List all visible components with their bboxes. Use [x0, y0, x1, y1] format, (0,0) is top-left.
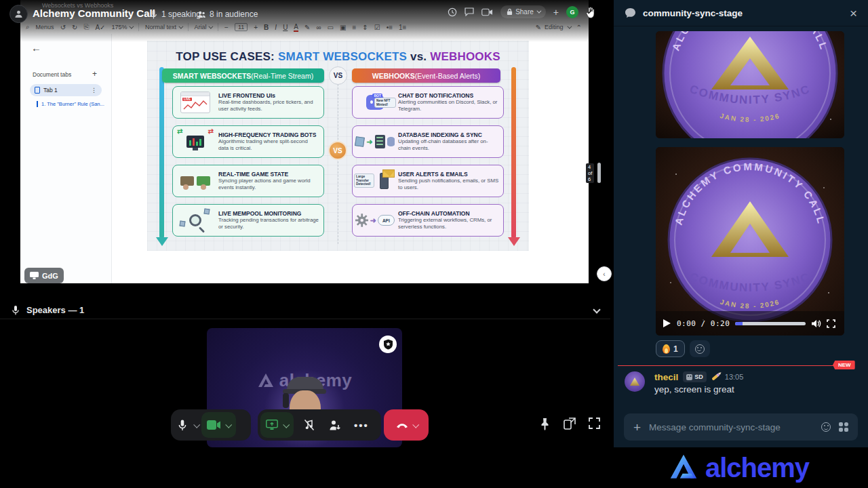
cell-offchain-automation: ➜ API OFF-CHAIN AUTOMATION Triggering ex…: [352, 204, 504, 237]
add-person-icon[interactable]: +: [553, 7, 559, 18]
back-arrow-button[interactable]: ←: [31, 42, 41, 54]
tab-options-kebab[interactable]: ⋮: [91, 87, 97, 94]
doc-tabs-sidebar: ← Document tabs + Tab 1 ⋮ 1. The "Burner…: [20, 34, 112, 283]
avatar[interactable]: [625, 371, 645, 392]
fire-reaction-pill[interactable]: 1: [656, 340, 685, 357]
subtab-label: 1. The "Burner" Rule (San...: [41, 101, 104, 107]
alchemy-logo-icon: [668, 453, 699, 482]
fullscreen-icon: [589, 418, 600, 429]
volume-icon[interactable]: [811, 319, 821, 328]
cell-mempool: LIVE MEMPOOL MONITORING Tracking pending…: [172, 204, 324, 237]
right-arrowhead: [508, 237, 520, 246]
call-header-overlay: Websockets vs Webhooks Alchemy Community…: [0, 0, 610, 42]
comments-icon[interactable]: [465, 7, 474, 16]
chat-header: community-sync-stage ×: [614, 0, 868, 26]
attach-button[interactable]: +: [633, 421, 641, 434]
document-tabs-label: Document tabs: [33, 71, 71, 78]
close-icon[interactable]: ×: [850, 7, 857, 20]
message-header: thecil SD 13:05: [654, 371, 743, 382]
cell-user-alerts: Large Transfer Detected! USER ALERTS & E…: [352, 165, 504, 197]
trading-bot-icon: ⇄ ⇄: [176, 127, 215, 156]
infographic: TOP USE CASES: SMART WEBSOCKETS vs. WEBH…: [147, 41, 529, 251]
screenshare-icon: [266, 420, 278, 430]
meet-icon[interactable]: [481, 8, 493, 16]
camera-options-chevron[interactable]: [225, 421, 232, 428]
play-button[interactable]: [663, 319, 671, 328]
subtab-marker: [37, 101, 38, 107]
audience-icon: [197, 10, 206, 19]
stage-channel-avatar: [9, 5, 28, 23]
account-avatar[interactable]: G: [566, 6, 578, 18]
coin-video-attachment[interactable]: ALCHEMY COMMUNITY CALL COMMUNITY SYNC JA…: [656, 147, 844, 336]
end-call-options-chevron[interactable]: [412, 421, 419, 428]
chat-bubble-icon: [625, 7, 636, 18]
apps-button[interactable]: [839, 422, 848, 432]
cell-live-frontend: LIVE LIVE FRONTEND UIs Real-time dashboa…: [172, 86, 324, 119]
emoji-picker-button[interactable]: [821, 422, 831, 432]
fire-icon: [663, 344, 670, 354]
chevron-down-icon[interactable]: [593, 306, 600, 313]
message-author[interactable]: thecil: [654, 372, 678, 382]
mempool-icon: [176, 206, 215, 235]
add-reaction-button[interactable]: [690, 340, 710, 357]
subtab-burner-rule[interactable]: 1. The "Burner" Rule (San...: [37, 101, 104, 107]
speakers-label: Speakers — 1: [26, 305, 84, 315]
cell-db-indexing: ➜ DATABASE INDEXING & SYNC Updating off-…: [352, 125, 504, 158]
soundboard-button[interactable]: [296, 419, 322, 431]
reactions-row: 1: [656, 340, 710, 357]
video-seekbar[interactable]: [735, 322, 806, 325]
speakers-section-header[interactable]: Speakers — 1: [0, 301, 610, 319]
pin-button[interactable]: [539, 418, 551, 430]
soundboard-muted-icon: [303, 419, 315, 431]
history-icon[interactable]: [448, 7, 457, 17]
pencil-icon: [711, 373, 720, 380]
mic-icon: [177, 419, 188, 431]
share-button[interactable]: Share: [500, 5, 546, 18]
message-input[interactable]: [649, 422, 813, 432]
robot-icon: [686, 374, 692, 380]
tab-1[interactable]: Tab 1 ⋮: [30, 84, 102, 96]
moderator-badge: [379, 336, 397, 353]
chat-panel: community-sync-stage × ALCHEMY COMMUNITY…: [614, 0, 868, 447]
left-flow-arrow: [159, 67, 164, 239]
video-fullscreen-icon[interactable]: [827, 319, 835, 328]
more-options-button[interactable]: •••: [348, 420, 375, 431]
new-messages-divider: [618, 365, 838, 366]
move-to-audience-button[interactable]: [322, 420, 348, 431]
streamer-name: GdG: [42, 272, 58, 280]
mic-options-chevron[interactable]: [193, 421, 200, 428]
fullscreen-button[interactable]: [589, 418, 600, 429]
hand-cursor-icon: [586, 6, 597, 18]
camera-icon: [207, 420, 220, 430]
add-tab-button[interactable]: +: [92, 69, 97, 79]
speaker-headset: [283, 393, 289, 408]
message-text: yep, screen is great: [654, 384, 734, 394]
vs-badge-top: VS: [329, 66, 347, 85]
infographic-title: TOP USE CASES: SMART WEBSOCKETS vs. WEBH…: [147, 50, 529, 64]
camera-button[interactable]: [201, 412, 236, 438]
message-composer: +: [624, 413, 858, 441]
doc-scrollbar[interactable]: [597, 163, 601, 183]
gdocs-header-icons[interactable]: Share + G: [448, 5, 597, 18]
collapse-sidebar-button[interactable]: ‹: [597, 266, 612, 281]
vs-badge-middle: VS: [328, 141, 347, 160]
pin-icon: [539, 418, 551, 430]
cell-chat-bot: BOT New NFT Minted! CHAT BOT NOTIFICATIO…: [352, 86, 504, 119]
mic-camera-group: [171, 409, 251, 441]
screen: ⌕ Menus ↺ ↻ ⎘ A✓ 175% Normal text Arial …: [0, 0, 868, 488]
coin-image-attachment[interactable]: ALCHEMY COMMUNITY CALL COMMUNITY SYNC JA…: [656, 31, 844, 138]
share-tools-group: •••: [258, 409, 381, 441]
new-badge: NEW: [833, 361, 855, 369]
role-badge: SD: [683, 371, 707, 382]
end-call-button[interactable]: [384, 409, 429, 441]
channel-name: community-sync-stage: [643, 8, 743, 18]
screenshare-button[interactable]: [260, 412, 294, 438]
mute-button[interactable]: [171, 419, 194, 431]
webhooks-header-pill: WEBHOOKS (Event-Based Alerts): [352, 68, 500, 83]
right-flow-arrow: [511, 67, 516, 239]
screenshare-options-chevron[interactable]: [283, 421, 290, 428]
video-timestamp: 0:00 / 0:20: [677, 319, 730, 328]
popout-button[interactable]: [564, 418, 576, 430]
websockets-header-pill: SMART WEBSOCKETS (Real-Time Stream): [162, 68, 324, 83]
call-title: Alchemy Community Call: [33, 7, 155, 19]
